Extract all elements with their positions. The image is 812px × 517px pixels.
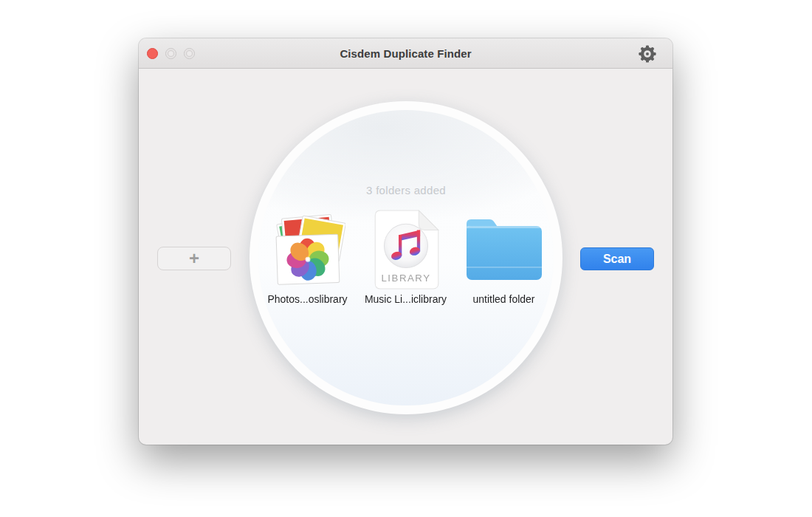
settings-button[interactable]	[639, 45, 656, 63]
zoom-button[interactable]	[184, 48, 195, 59]
added-item-untitled-folder[interactable]: untitled folder	[455, 209, 553, 305]
blue-folder-icon	[464, 214, 545, 285]
library-icon-text: LIBRARY	[381, 273, 430, 284]
scan-button[interactable]: Scan	[580, 247, 654, 270]
folder-drop-zone[interactable]: 3 folders added	[250, 101, 562, 414]
add-folder-button[interactable]: +	[157, 247, 231, 270]
traffic-lights	[147, 38, 195, 68]
folders-added-status: 3 folders added	[258, 184, 554, 196]
window-titlebar: Cisdem Duplicate Finder	[139, 38, 672, 69]
gear-icon	[639, 45, 656, 63]
window-title: Cisdem Duplicate Finder	[139, 47, 672, 60]
minimize-button[interactable]	[165, 48, 176, 59]
desktop-wallpaper: Cisdem Duplicate Finder	[0, 0, 812, 517]
photos-library-icon	[270, 210, 345, 289]
item-label: Music Li...iclibrary	[365, 293, 447, 305]
item-label: untitled folder	[472, 293, 534, 305]
item-label: Photos...oslibrary	[267, 293, 347, 305]
close-button[interactable]	[147, 48, 158, 59]
plus-icon: +	[189, 248, 199, 268]
added-item-music-library[interactable]: LIBRARY Music Li...iclibrary	[357, 209, 455, 305]
window-content: + 3 folders added	[139, 69, 672, 445]
folder-drop-zone-inner: 3 folders added	[258, 110, 554, 405]
added-items-row: Photos...oslibrary	[258, 209, 554, 305]
music-library-icon: LIBRARY	[373, 210, 439, 290]
app-window: Cisdem Duplicate Finder	[139, 38, 672, 445]
added-item-photos-library[interactable]: Photos...oslibrary	[258, 209, 357, 305]
